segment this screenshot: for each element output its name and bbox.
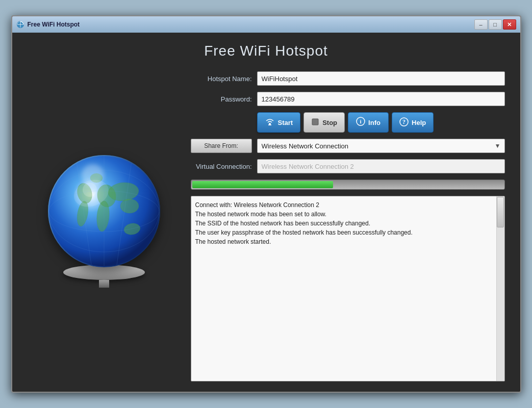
main-window: Free WiFi Hotspot – □ ✕ Free WiFi Hotspo… [11,15,521,393]
log-content: Connect with: Wireless Network Connectio… [195,200,490,246]
hotspot-name-input[interactable] [257,71,505,86]
svg-rect-23 [312,119,318,125]
title-bar-controls: – □ ✕ [474,19,516,30]
svg-text:?: ? [402,118,406,125]
hotspot-name-label: Hotspot Name: [191,75,252,83]
globe-container [40,155,168,298]
globe-svg [48,155,160,267]
minimize-button[interactable]: – [474,19,488,30]
action-buttons-row: Start Stop [257,112,505,133]
svg-point-10 [120,199,139,213]
stop-button[interactable]: Stop [303,112,345,133]
app-icon [16,20,24,29]
info-button[interactable]: i Info [348,112,389,133]
wifi-icon [265,117,275,128]
log-area[interactable]: Connect with: Wireless Network Connectio… [191,196,505,381]
password-row: Password: [191,92,505,106]
right-panel: Hotspot Name: Password: [191,71,505,381]
log-scrollbar[interactable] [496,196,504,381]
log-line-2: The hosted network mode has been set to … [195,210,490,219]
svg-text:i: i [360,118,362,124]
share-from-button[interactable]: Share From: [191,139,252,153]
help-label: Help [412,119,426,126]
stop-label: Stop [322,119,337,126]
info-icon: i [356,117,365,128]
password-label: Password: [191,95,252,103]
maximize-button[interactable]: □ [489,19,502,30]
share-from-row: Share From: Wireless Network Connection … [191,139,505,153]
app-title: Free WiFi Hotspot [28,43,505,59]
scrollbar-thumb[interactable] [497,197,504,227]
globe-area [28,71,181,381]
svg-point-19 [83,183,97,197]
close-button[interactable]: ✕ [503,19,516,30]
progress-bar-area [191,180,505,190]
stop-icon [311,118,319,128]
help-button[interactable]: ? Help [392,112,434,133]
password-input[interactable] [257,92,505,106]
title-bar-left: Free WiFi Hotspot [16,20,80,29]
log-line-6: The hosted network started. [195,237,490,246]
log-line-1: Connect with: Wireless Network Connectio… [195,200,490,210]
virtual-connection-row: Virtual Connection: [191,159,505,173]
log-line-4: The user key passphrase of the hosted ne… [195,228,490,237]
help-icon: ? [399,117,409,128]
start-button[interactable]: Start [257,112,301,133]
share-select-container: Wireless Network Connection Wireless Net… [257,139,505,153]
svg-point-12 [90,173,103,183]
virtual-connection-input[interactable] [257,159,505,173]
window-title: Free WiFi Hotspot [28,21,80,28]
title-bar: Free WiFi Hotspot – □ ✕ [12,16,520,33]
globe-stand [99,280,109,288]
info-label: Info [368,119,381,126]
share-from-select[interactable]: Wireless Network Connection Wireless Net… [257,139,505,153]
log-line-3: The SSID of the hosted network has been … [195,219,490,228]
main-layout: Hotspot Name: Password: [28,71,505,381]
hotspot-name-row: Hotspot Name: [191,71,505,86]
globe-graphic [48,155,160,267]
progress-bar [192,181,333,188]
virtual-connection-label: Virtual Connection: [191,163,252,170]
start-label: Start [278,119,293,126]
content-area: Free WiFi Hotspot [12,33,520,392]
